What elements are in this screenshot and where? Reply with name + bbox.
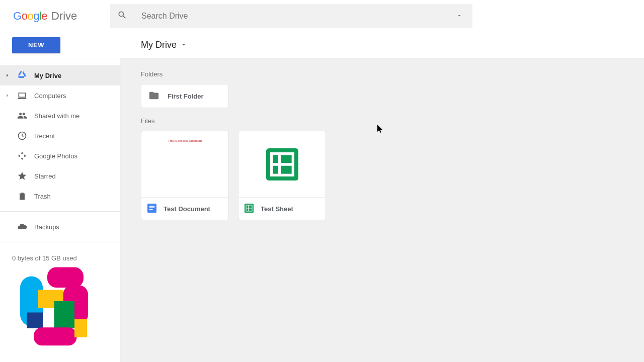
google-word: Google bbox=[13, 10, 47, 23]
cloud-icon bbox=[17, 222, 27, 232]
sidebar-item-starred[interactable]: Starred bbox=[0, 166, 120, 186]
google-sheet-icon bbox=[245, 204, 254, 214]
sidebar-item-shared[interactable]: Shared with me bbox=[0, 106, 120, 126]
doc-preview-text: This is our test document bbox=[168, 139, 202, 142]
sidebar-item-my-drive[interactable]: My Drive bbox=[0, 65, 120, 85]
svg-rect-6 bbox=[27, 313, 43, 329]
app-header: Google Drive bbox=[0, 0, 644, 32]
file-tile-sheet[interactable]: Test Sheet bbox=[238, 131, 326, 220]
sidebar-item-trash[interactable]: Trash bbox=[0, 186, 120, 206]
search-input[interactable] bbox=[141, 12, 465, 21]
svg-rect-11 bbox=[149, 207, 155, 208]
search-icon bbox=[117, 10, 127, 22]
storage-usage: 0 bytes of 15 GB used bbox=[0, 247, 120, 262]
svg-rect-10 bbox=[149, 206, 155, 207]
search-options-caret-icon[interactable] bbox=[456, 12, 462, 21]
svg-rect-2 bbox=[47, 267, 84, 288]
file-name: Test Sheet bbox=[261, 205, 293, 213]
folder-tile[interactable]: First Folder bbox=[141, 84, 229, 108]
decorative-logo bbox=[11, 260, 102, 351]
new-button[interactable]: NEW bbox=[12, 37, 60, 53]
google-sheet-large-icon bbox=[266, 148, 298, 180]
divider bbox=[0, 211, 120, 212]
breadcrumb-label: My Drive bbox=[141, 40, 177, 50]
sidebar-item-label: Recent bbox=[34, 132, 120, 140]
sidebar-item-label: My Drive bbox=[34, 72, 120, 79]
main-content: Folders First Folder Files This is our t… bbox=[121, 58, 644, 362]
sidebar-item-recent[interactable]: Recent bbox=[0, 126, 120, 146]
drive-icon bbox=[17, 70, 27, 80]
people-icon bbox=[17, 111, 27, 121]
clock-icon bbox=[17, 131, 27, 141]
folders-heading: Folders bbox=[141, 70, 624, 78]
drive-word: Drive bbox=[51, 10, 77, 23]
file-preview bbox=[238, 131, 326, 198]
file-preview: This is our test document bbox=[141, 131, 228, 198]
sidebar-item-label: Shared with me bbox=[34, 112, 120, 120]
svg-rect-8 bbox=[74, 319, 87, 337]
google-drive-logo[interactable]: Google Drive bbox=[13, 10, 95, 23]
folder-icon bbox=[148, 90, 159, 103]
svg-rect-7 bbox=[34, 327, 77, 345]
divider bbox=[0, 242, 120, 242]
file-name: Test Document bbox=[164, 205, 210, 213]
sidebar-item-label: Starred bbox=[34, 172, 120, 180]
file-tile-doc[interactable]: This is our test document Test Document bbox=[141, 131, 229, 220]
expand-icon[interactable] bbox=[5, 93, 10, 98]
folder-name: First Folder bbox=[168, 93, 204, 100]
subheader: NEW My Drive bbox=[0, 32, 644, 58]
sidebar-item-label: Computers bbox=[34, 92, 120, 100]
sidebar-item-backups[interactable]: Backups bbox=[0, 217, 120, 237]
svg-rect-5 bbox=[54, 301, 75, 328]
files-heading: Files bbox=[141, 117, 624, 125]
star-icon bbox=[17, 171, 27, 181]
sidebar-item-label: Google Photos bbox=[34, 152, 120, 160]
sidebar: My Drive Computers Shared with me Recent bbox=[0, 58, 121, 362]
sidebar-item-label: Backups bbox=[34, 223, 120, 231]
google-doc-icon bbox=[147, 204, 156, 214]
breadcrumb[interactable]: My Drive bbox=[121, 40, 187, 50]
computers-icon bbox=[17, 90, 27, 101]
sidebar-item-photos[interactable]: Google Photos bbox=[0, 146, 120, 166]
photos-icon bbox=[17, 151, 27, 161]
trash-icon bbox=[17, 191, 27, 201]
svg-rect-12 bbox=[149, 209, 153, 210]
sidebar-item-label: Trash bbox=[34, 193, 120, 200]
search-bar[interactable] bbox=[110, 4, 472, 28]
sidebar-item-computers[interactable]: Computers bbox=[0, 85, 120, 106]
expand-icon[interactable] bbox=[5, 73, 10, 78]
chevron-down-icon bbox=[181, 40, 187, 50]
